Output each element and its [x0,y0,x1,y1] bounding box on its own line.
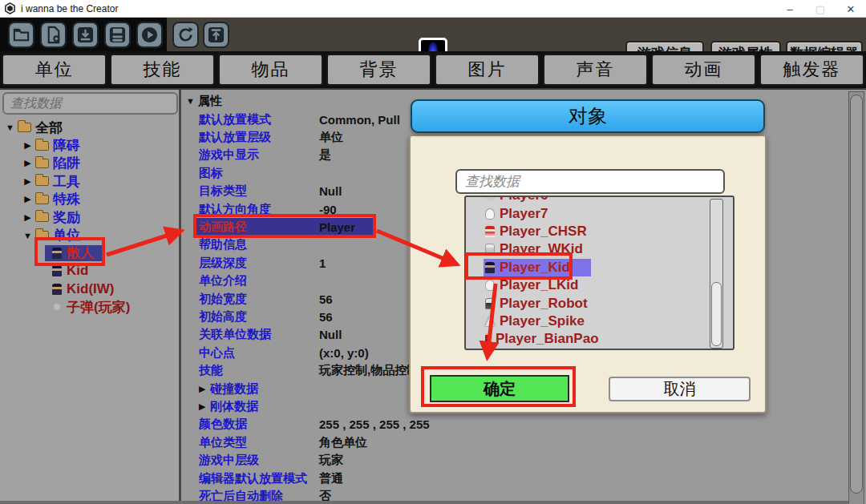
chevron-down-icon[interactable]: ▼ [22,231,33,240]
object-list-item-Player_Spike[interactable]: Player_Spike [466,312,733,330]
tree-item-Kid[interactable]: Kid [0,262,179,280]
tab-8[interactable]: 触发器 [759,54,864,86]
chevron-right-icon[interactable]: ▶ [199,401,210,412]
object-list-item-Player_LKid[interactable]: Player_LKid [466,276,733,294]
list-item-inner: Player_WKid [484,240,583,258]
minimize-button[interactable]: – [775,0,805,18]
property-label: 刚体数据 [210,399,330,414]
scrollbar-thumb[interactable] [850,95,863,494]
property-row-20[interactable]: 编辑器默认放置模式普通 [186,470,427,487]
main-vertical-scrollbar[interactable] [848,91,864,504]
chevron-down-icon[interactable]: ▼ [5,123,15,132]
list-item-inner: Player_LKid [484,276,578,294]
tab-5[interactable]: 图片 [435,54,540,86]
property-row-13[interactable]: 中心点(x:0, y:0) [186,344,427,361]
property-label: 初始高度 [199,309,319,325]
confirm-button[interactable]: 确定 [430,375,569,402]
property-label: 目标类型 [199,183,319,199]
property-row-2[interactable]: 游戏中显示是 [186,147,427,164]
import-icon[interactable] [72,22,99,48]
chevron-right-icon[interactable]: ▶ [22,140,33,151]
dialog-scrollbar-thumb[interactable] [711,282,722,346]
properties-header[interactable]: ▼ 属性 [186,91,427,111]
chevron-right-icon[interactable]: ▶ [22,158,33,168]
object-list-item-Player_WKid[interactable]: Player_WKid [466,240,733,258]
property-row-19[interactable]: 游戏中层级玩家 [186,451,427,469]
tab-label: 触发器 [783,58,841,82]
property-label: 颜色数据 [199,417,319,432]
property-value: 普通 [319,471,343,486]
dialog-object-list: Player6Player7Player_CHSRPlayer_WKidPlay… [464,196,734,350]
tab-label: 单位 [35,58,74,82]
property-row-10[interactable]: 初始宽度56 [186,290,427,308]
object-list-item-Player_CHSR[interactable]: Player_CHSR [466,223,733,240]
chevron-right-icon[interactable]: ▶ [22,176,33,187]
tree-item-散人[interactable]: 散人 [0,244,179,262]
property-row-7[interactable]: 帮助信息 [186,236,427,254]
object-list-item-Player_Kid[interactable]: Player_Kid [466,259,733,276]
tab-3[interactable]: 物品 [218,54,323,86]
kid-sprite [52,248,62,259]
property-row-3[interactable]: 图标 [186,164,427,182]
property-value: 玩家控制,物品控制 [319,363,419,378]
tab-1[interactable]: 单位 [2,54,107,86]
play-icon[interactable] [136,22,163,48]
dialog-search-input[interactable] [455,169,725,194]
sidebar-search-input[interactable] [2,92,178,115]
property-row-12[interactable]: 关联单位数据Null [186,326,427,344]
folder-icon [35,141,49,151]
open-folder-icon[interactable] [8,22,34,48]
tree-item-子弹(玩家)[interactable]: 子弹(玩家) [0,298,179,316]
property-row-15[interactable]: ▶碰撞数据 [186,380,427,397]
tab-7[interactable]: 动画 [651,54,756,86]
bullet-dot [54,304,60,310]
property-row-5[interactable]: 默认方向角度-90 [186,200,427,218]
maximize-button[interactable]: ▢ [805,0,836,18]
export-icon[interactable] [203,22,229,48]
property-row-0[interactable]: 默认放置模式Common, Pull [186,111,427,128]
folder-icon [35,176,49,186]
tree-item-Kid(IW)[interactable]: Kid(IW) [0,280,179,298]
tree-item-陷阱[interactable]: ▶陷阱 [0,155,179,172]
property-value: 玩家 [319,453,343,468]
property-row-9[interactable]: 单位介绍 [186,272,427,290]
property-row-4[interactable]: 目标类型Null [186,183,427,200]
object-list-item-Player6[interactable]: Player6 [466,196,733,204]
property-label: 游戏中显示 [199,147,319,163]
property-value: 是 [319,147,331,163]
property-row-17[interactable]: 颜色数据255 , 255 , 255 , 255 [186,416,427,433]
dialog-list-scrollbar[interactable] [710,199,723,349]
cancel-button[interactable]: 取消 [609,377,751,401]
property-row-18[interactable]: 单位类型角色单位 [186,433,427,451]
tree-item-单位[interactable]: ▼单位 [0,226,179,244]
object-list-item-Player_Robot[interactable]: Player_Robot [466,294,733,312]
new-file-icon[interactable] [40,22,67,48]
tree-item-label: 单位 [53,226,80,244]
app-logo-icon [4,2,16,14]
chevron-right-icon[interactable]: ▶ [22,212,33,223]
tab-4[interactable]: 背景 [326,54,431,86]
tree-item-label: Kid(IW) [67,281,114,297]
tree-item-全部[interactable]: ▼全部 [0,119,179,136]
property-row-6[interactable]: 动画路径Player [186,218,427,236]
property-row-1[interactable]: 默认放置层级单位 [186,128,427,146]
property-row-8[interactable]: 层级深度1 [186,254,427,272]
tab-2[interactable]: 技能 [110,54,215,86]
tree-item-label: 特殊 [53,190,80,208]
tree-item-奖励[interactable]: ▶奖励 [0,208,179,226]
close-button[interactable]: ✕ [836,0,866,18]
chevron-right-icon[interactable]: ▶ [22,194,33,204]
object-list-item-Player_BianPao[interactable]: Player_BianPao [466,330,733,348]
tree-item-障碍[interactable]: ▶障碍 [0,136,179,154]
property-row-16[interactable]: ▶刚体数据 [186,397,427,415]
property-row-11[interactable]: 初始高度56 [186,308,427,325]
tree-item-特殊[interactable]: ▶特殊 [0,191,179,208]
tab-6[interactable]: 声音 [543,54,648,86]
tree-item-label: 奖励 [53,208,80,227]
reload-icon[interactable] [172,22,199,48]
property-row-14[interactable]: 技能玩家控制,物品控制 [186,361,427,379]
chevron-right-icon[interactable]: ▶ [199,384,210,394]
save-icon[interactable] [104,22,131,48]
object-list-item-Player7[interactable]: Player7 [466,204,733,222]
tree-item-工具[interactable]: ▶工具 [0,172,179,190]
